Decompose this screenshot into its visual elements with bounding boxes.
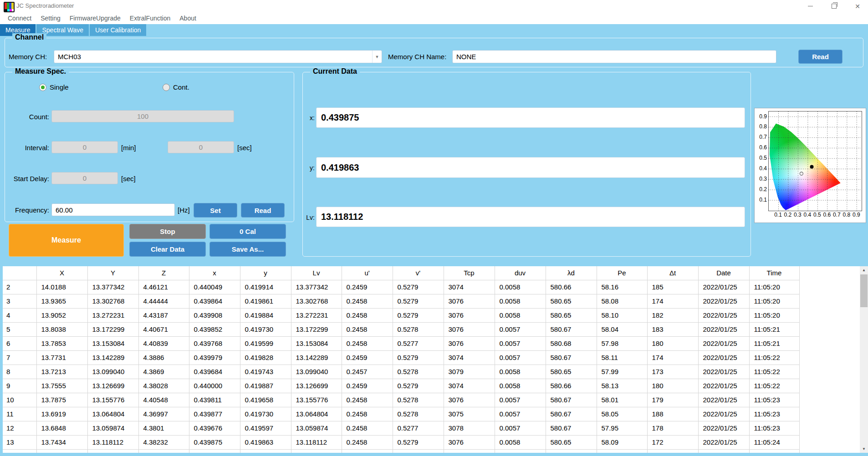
table-cell: 0.0057 xyxy=(495,421,546,435)
table-cell: 13.126699 xyxy=(291,379,342,393)
table-cell: 13.172299 xyxy=(87,322,138,336)
table-row[interactable]: 1313.743413.1181124.382320.4398750.41986… xyxy=(3,435,799,449)
chevron-down-icon[interactable]: ▼ xyxy=(372,51,382,63)
save-as-button[interactable]: Save As... xyxy=(209,242,286,257)
table-cell xyxy=(3,449,36,453)
scroll-down-icon[interactable]: ▼ xyxy=(860,445,868,453)
table-cell: 3075 xyxy=(444,407,495,421)
column-header[interactable]: Lv xyxy=(291,266,342,280)
tab-user-calibration[interactable]: User Calibration xyxy=(90,24,146,36)
stop-button[interactable]: Stop xyxy=(129,224,206,239)
table-row[interactable]: 613.785313.1530844.408390.4397680.419599… xyxy=(3,336,799,350)
column-header[interactable]: Δt xyxy=(647,266,698,280)
table-cell xyxy=(240,449,291,453)
column-header[interactable]: v' xyxy=(393,266,444,280)
menu-item-extralfunction[interactable]: ExtralFunction xyxy=(125,15,175,22)
menu-item-setting[interactable]: Setting xyxy=(36,15,65,22)
column-header[interactable]: Z xyxy=(138,266,189,280)
column-header[interactable]: u' xyxy=(342,266,393,280)
table-cell: 4.38232 xyxy=(138,435,189,449)
table-row-empty[interactable] xyxy=(3,449,799,453)
column-header[interactable]: Pe xyxy=(597,266,647,280)
menu-item-firmwareupgrade[interactable]: FirmwareUpgrade xyxy=(65,15,125,22)
table-cell: 0.440049 xyxy=(189,280,240,294)
column-header[interactable]: λd xyxy=(546,266,597,280)
table-cell: 11:05:20 xyxy=(749,280,799,294)
column-header[interactable]: Date xyxy=(698,266,749,280)
clear-data-button[interactable]: Clear Data xyxy=(129,242,206,257)
interval-min-input xyxy=(51,141,118,153)
table-cell: 185 xyxy=(647,280,698,294)
table-row[interactable]: 713.773113.1422894.38860.4399790.4198281… xyxy=(3,350,799,365)
zero-cal-button[interactable]: 0 Cal xyxy=(209,224,286,239)
table-cell: 2022/01/25 xyxy=(698,308,749,322)
table-cell: 13.377342 xyxy=(291,280,342,294)
table-cell: 3074 xyxy=(444,350,495,365)
cont-radio[interactable]: Cont. xyxy=(163,83,189,91)
table-cell: 13.9365 xyxy=(36,294,87,308)
table-row[interactable]: 913.755513.1266994.380280.4400000.419887… xyxy=(3,379,799,393)
frequency-input[interactable] xyxy=(51,203,175,216)
frequency-read-button[interactable]: Read xyxy=(241,203,285,218)
column-header[interactable]: x xyxy=(189,266,240,280)
table-cell: 0.2458 xyxy=(342,407,393,421)
measure-spec-title: Measure Spec. xyxy=(12,67,69,76)
table-row[interactable]: 214.018813.3773424.461210.4400490.419914… xyxy=(3,280,799,294)
minimize-icon xyxy=(808,6,813,6)
table-cell xyxy=(749,449,799,453)
column-header[interactable]: Tcp xyxy=(444,266,495,280)
table-cell: 13.6848 xyxy=(36,421,87,435)
table-cell: 2022/01/25 xyxy=(698,294,749,308)
table-row[interactable]: 513.803813.1722994.406710.4398520.419730… xyxy=(3,322,799,336)
table-cell: 4.40548 xyxy=(138,393,189,407)
vertical-scrollbar[interactable]: ▲ ▼ xyxy=(860,266,868,453)
channel-group-title: Channel xyxy=(12,33,46,41)
table-row[interactable]: 1113.691913.0648044.369970.4398770.41973… xyxy=(3,407,799,421)
table-cell: 4.3869 xyxy=(138,365,189,379)
table-row[interactable]: 313.936513.3027684.444440.4398640.419861… xyxy=(3,294,799,308)
table-cell: 0.439676 xyxy=(189,421,240,435)
table-cell xyxy=(393,449,444,453)
table-cell: 3079 xyxy=(444,365,495,379)
scroll-up-icon[interactable]: ▲ xyxy=(860,266,868,274)
table-cell: 0.0058 xyxy=(495,280,546,294)
menu-item-about[interactable]: About xyxy=(175,15,201,22)
table-row[interactable]: 813.721313.0990404.38690.4396840.4197431… xyxy=(3,365,799,379)
table-row[interactable]: 1213.684813.0598744.38010.4396760.419597… xyxy=(3,421,799,435)
cie-y-tick-label: 0.7 xyxy=(756,134,767,140)
table-cell: 4.43187 xyxy=(138,308,189,322)
table-cell: 2022/01/25 xyxy=(698,350,749,365)
column-header[interactable]: duv xyxy=(495,266,546,280)
minimize-button[interactable] xyxy=(800,0,821,12)
scrollbar-thumb[interactable] xyxy=(860,274,868,307)
column-header[interactable]: y xyxy=(240,266,291,280)
channel-read-button[interactable]: Read xyxy=(798,50,842,64)
column-header[interactable]: Y xyxy=(87,266,138,280)
table-cell: 0.419887 xyxy=(240,379,291,393)
table-cell: 0.419863 xyxy=(240,435,291,449)
column-header[interactable]: Time xyxy=(749,266,799,280)
table-row[interactable]: 413.905213.2722314.431870.4399080.419884… xyxy=(3,308,799,322)
table-cell: 0.439684 xyxy=(189,365,240,379)
table-cell: 13.9052 xyxy=(36,308,87,322)
table-cell: 58.10 xyxy=(597,308,647,322)
frequency-set-button[interactable]: Set xyxy=(194,203,237,218)
table-cell: 11:05:21 xyxy=(749,336,799,350)
memory-ch-combobox[interactable]: MCH03 ▼ xyxy=(54,50,382,63)
menu-item-connect[interactable]: Connect xyxy=(3,15,36,22)
memory-ch-name-input[interactable] xyxy=(452,50,776,63)
close-button[interactable]: ✕ xyxy=(847,0,868,12)
results-table: XYZxyLvu'v'TcpduvλdPeΔtDateTime214.01881… xyxy=(3,266,800,453)
table-cell: 0.2458 xyxy=(342,421,393,435)
column-header[interactable]: X xyxy=(36,266,87,280)
table-cell: 0.0057 xyxy=(495,336,546,350)
table-cell: 183 xyxy=(647,322,698,336)
table-row[interactable]: 1013.787513.1557764.405480.4398110.41965… xyxy=(3,393,799,407)
table-cell: 174 xyxy=(647,350,698,365)
single-radio[interactable]: Single xyxy=(39,83,69,91)
table-cell: 3076 xyxy=(444,336,495,350)
restore-button[interactable] xyxy=(823,0,844,12)
measure-button[interactable]: Measure xyxy=(9,224,124,257)
column-header[interactable] xyxy=(3,266,36,280)
table-cell: 58.16 xyxy=(597,280,647,294)
